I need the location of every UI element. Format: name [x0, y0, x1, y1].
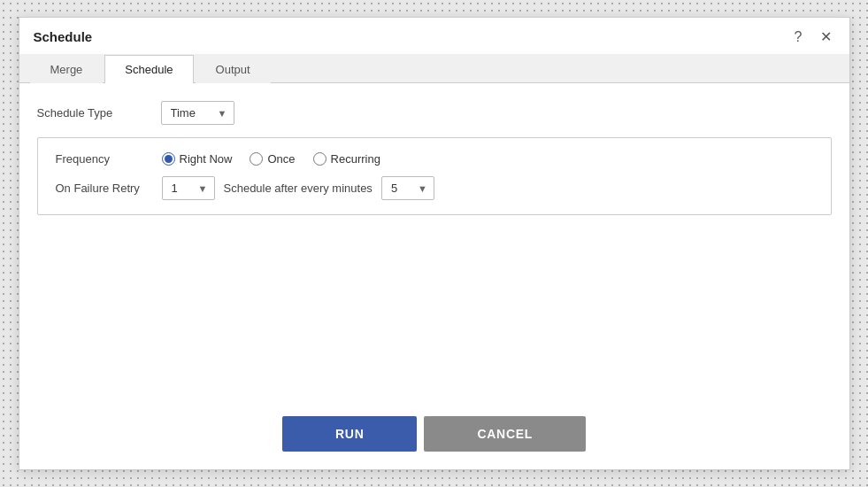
schedule-type-label: Schedule Type: [37, 106, 161, 120]
schedule-dialog: Schedule ? ✕ Merge Schedule Output Sched…: [19, 17, 850, 470]
schedule-settings-box: Frequency Right Now Once Recurring: [37, 137, 832, 215]
dialog-header: Schedule ? ✕: [19, 18, 849, 54]
radio-recurring-input[interactable]: [313, 152, 326, 166]
help-button[interactable]: ?: [791, 27, 806, 47]
frequency-row: Frequency Right Now Once Recurring: [56, 152, 813, 166]
schedule-after-text: Schedule after every minutes: [224, 182, 373, 195]
radio-once[interactable]: Once: [250, 152, 295, 166]
run-button[interactable]: RUN: [282, 416, 417, 452]
retry-select[interactable]: 1 2 3 4 5: [162, 176, 215, 200]
header-icons: ? ✕: [791, 27, 835, 47]
tab-merge[interactable]: Merge: [30, 55, 104, 83]
radio-right-now-input[interactable]: [162, 152, 175, 166]
radio-right-now-label: Right Now: [180, 152, 233, 166]
retry-select-wrap: 1 2 3 4 5 ▼: [162, 176, 215, 200]
schedule-type-select[interactable]: Time Event Manual: [161, 101, 234, 125]
schedule-type-row: Schedule Type Time Event Manual ▼: [37, 101, 832, 125]
frequency-label: Frequency: [56, 152, 162, 166]
radio-once-input[interactable]: [250, 152, 263, 166]
minutes-select-wrap: 1 2 3 4 5 10 15 30 ▼: [381, 176, 434, 200]
radio-once-label: Once: [267, 152, 295, 166]
dialog-footer: RUN CANCEL: [19, 402, 849, 469]
tab-output[interactable]: Output: [196, 55, 271, 83]
radio-recurring[interactable]: Recurring: [313, 152, 380, 166]
radio-recurring-label: Recurring: [331, 152, 380, 166]
dialog-title: Schedule: [34, 29, 93, 44]
frequency-radio-group: Right Now Once Recurring: [162, 152, 380, 166]
minutes-select[interactable]: 1 2 3 4 5 10 15 30: [381, 176, 434, 200]
tab-schedule[interactable]: Schedule: [104, 55, 193, 83]
schedule-type-select-wrap: Time Event Manual ▼: [161, 101, 234, 125]
retry-row: On Failure Retry 1 2 3 4 5 ▼ Schedule af…: [56, 176, 813, 200]
cancel-button[interactable]: CANCEL: [424, 416, 586, 452]
dialog-content: Schedule Type Time Event Manual ▼ Freque…: [19, 83, 849, 402]
close-button[interactable]: ✕: [817, 27, 835, 47]
retry-label: On Failure Retry: [56, 182, 162, 195]
radio-right-now[interactable]: Right Now: [162, 152, 233, 166]
tab-bar: Merge Schedule Output: [19, 54, 849, 83]
